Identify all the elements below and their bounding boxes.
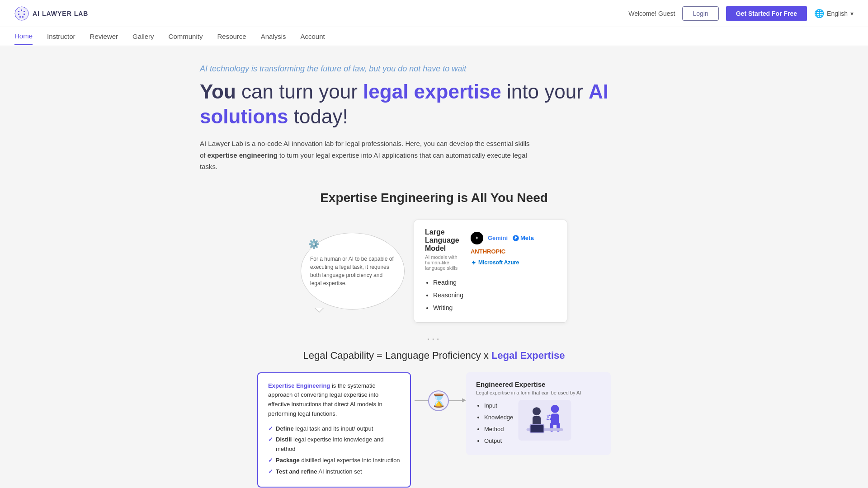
hero-text3: today! — [288, 105, 348, 127]
azure-logo: Microsoft Azure — [471, 259, 519, 266]
hero-subtitle: AI technology is transforming the future… — [200, 64, 668, 74]
login-button[interactable]: Login — [682, 6, 718, 21]
nav-item-reviewer[interactable]: Reviewer — [90, 28, 118, 45]
speech-bubble: ⚙️ For a human or AI to be capable of ex… — [301, 233, 405, 310]
svg-rect-19 — [531, 425, 544, 432]
anthropic-logo: ANTHROPIC — [471, 248, 505, 255]
llm-left: Large Language Model AI models with huma… — [425, 228, 463, 314]
llm-list-item: Reading — [433, 276, 463, 289]
nav-item-instructor[interactable]: Instructor — [47, 28, 75, 45]
formula-text: Legal Capability = Language Proficiency … — [303, 350, 491, 361]
llm-list-item: Reasoning — [433, 289, 463, 301]
diagram-section: Expertise Engineering is All You Need ⚙️… — [200, 191, 668, 488]
nav-item-gallery[interactable]: Gallery — [132, 28, 154, 45]
llm-logos-row2: ANTHROPIC Microsoft Azure — [471, 248, 556, 266]
svg-rect-1 — [18, 11, 19, 12]
gemini-logo: Gemini — [488, 235, 508, 241]
welcome-text: Welcome! Guest — [628, 10, 675, 17]
formula-row: Legal Capability = Language Proficiency … — [200, 350, 668, 361]
diagram-lower-row: Expertise Engineering is the systematic … — [200, 372, 668, 488]
svg-rect-3 — [24, 11, 25, 12]
nav-item-community[interactable]: Community — [169, 28, 203, 45]
svg-rect-2 — [21, 9, 22, 11]
people-svg: ⚖ — [518, 400, 572, 441]
svg-text:⚖: ⚖ — [546, 413, 553, 422]
bubble-text: For a human or AI to be capable of execu… — [310, 255, 395, 287]
nav-item-analysis[interactable]: Analysis — [261, 28, 286, 45]
engineered-expertise-box: Engineered Expertise Legal expertise in … — [466, 372, 611, 455]
nav-item-resource[interactable]: Resource — [217, 28, 246, 45]
svg-point-9 — [551, 404, 559, 413]
hero-title: You can turn your legal expertise into y… — [200, 79, 668, 129]
llm-list-row: Large Language Model AI models with huma… — [425, 228, 556, 314]
logo-text: AI LAWYER LAB — [33, 10, 88, 17]
get-started-button[interactable]: Get Started For Free — [726, 6, 807, 21]
arrow-line-left — [415, 400, 428, 401]
llm-box-title: Large Language Model — [425, 228, 463, 253]
language-label: English — [827, 10, 848, 17]
llm-list-item: Writing — [433, 301, 463, 314]
eng-exp-list-item: Output — [484, 435, 513, 447]
svg-point-13 — [533, 407, 541, 415]
header-right: Welcome! Guest Login Get Started For Fre… — [628, 6, 854, 21]
eng-exp-list-item: Input — [484, 400, 513, 412]
svg-rect-4 — [18, 14, 19, 15]
hourglass-icon: ⌛ — [428, 390, 449, 411]
ee-list-item: ✓Package distilled legal expertise into … — [268, 456, 400, 465]
eng-exp-list: Input Knowledge Method Output — [476, 400, 513, 447]
arrow-with-hourglass: ⌛ ▶ — [415, 390, 462, 411]
eng-exp-list-item: Method — [484, 423, 513, 435]
gear-icon: ⚙️ — [308, 239, 320, 249]
hero-text2: into your — [501, 80, 589, 103]
svg-rect-5 — [24, 14, 25, 15]
ee-list-item: ✓Distill legal expertise into knowledge … — [268, 435, 400, 454]
svg-point-0 — [15, 7, 28, 20]
chevron-down-icon: ▾ — [850, 10, 854, 17]
llm-box: Large Language Model AI models with huma… — [414, 220, 567, 323]
eng-exp-subtitle: Legal expertise in a form that can be us… — [476, 390, 601, 395]
diagram-title: Expertise Engineering is All You Need — [200, 191, 668, 205]
main-nav: Home Instructor Reviewer Gallery Communi… — [0, 27, 868, 46]
header: AI LAWYER LAB Welcome! Guest Login Get S… — [0, 0, 868, 27]
ee-description: Expertise Engineering is the systematic … — [268, 381, 400, 419]
svg-rect-7 — [22, 16, 24, 18]
people-illustration: ⚖ — [518, 400, 572, 441]
diagram-upper-row: ⚙️ For a human or AI to be capable of ex… — [200, 220, 668, 323]
hero-legal-expertise: legal expertise — [363, 80, 501, 103]
ee-checklist: ✓Define legal task and its input/ output… — [268, 424, 400, 477]
arrow-line-right: ▶ — [449, 400, 462, 401]
hero-text1: can turn your — [236, 80, 363, 103]
llm-box-list: Reading Reasoning Writing — [425, 276, 463, 314]
three-dots: ... — [200, 330, 668, 343]
llm-logos-area: ✦ Gemini Meta ANTHROPIC — [471, 228, 556, 266]
hero-you: You — [200, 80, 236, 103]
hero-description: AI Lawyer Lab is a no-code AI innovation… — [200, 138, 534, 173]
openai-logo: ✦ — [471, 232, 483, 244]
formula-highlight: Legal Expertise — [491, 350, 565, 361]
hero-section: AI technology is transforming the future… — [200, 64, 668, 173]
llm-box-subtitle: AI models with human-like language skill… — [425, 254, 463, 271]
svg-rect-6 — [19, 16, 21, 18]
llm-logos-row1: ✦ Gemini Meta — [471, 232, 556, 244]
eng-exp-list-item: Knowledge — [484, 412, 513, 423]
connector: ⌛ ▶ — [415, 390, 462, 411]
eng-exp-content: Input Knowledge Method Output — [476, 400, 601, 447]
logo-area: AI LAWYER LAB — [14, 6, 88, 21]
nav-item-home[interactable]: Home — [14, 28, 33, 45]
main-content: AI technology is transforming the future… — [185, 46, 683, 488]
meta-logo: Meta — [512, 235, 534, 242]
globe-icon: 🌐 — [814, 9, 824, 19]
nav-item-account[interactable]: Account — [301, 28, 325, 45]
logo-icon — [14, 6, 29, 21]
expertise-engineering-box: Expertise Engineering is the systematic … — [257, 372, 411, 488]
arrow-head: ▶ — [462, 397, 466, 403]
ee-title: Expertise Engineering — [268, 382, 330, 389]
svg-rect-8 — [519, 400, 571, 441]
language-selector[interactable]: 🌐 English ▾ — [814, 9, 854, 19]
eng-exp-title: Engineered Expertise — [476, 380, 601, 388]
ee-list-item: ✓Test and refine AI instruction set — [268, 467, 400, 477]
ee-list-item: ✓Define legal task and its input/ output — [268, 424, 400, 434]
